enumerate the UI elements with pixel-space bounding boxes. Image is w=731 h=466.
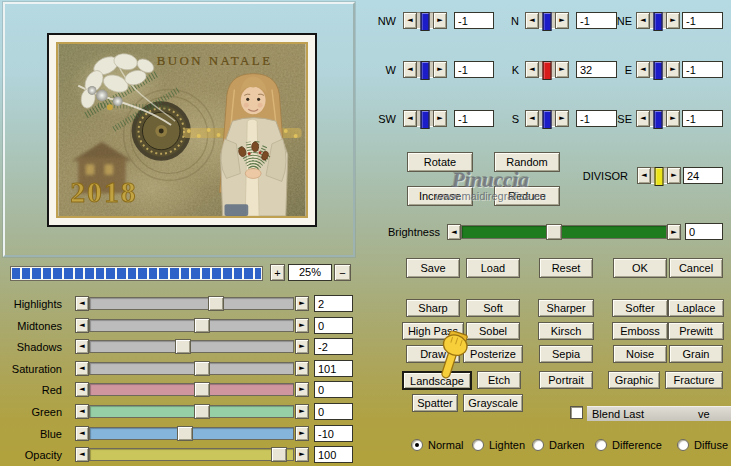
brightness-thumb[interactable] xyxy=(546,224,562,240)
blend-last-checkbox[interactable] xyxy=(570,406,583,419)
slider-track[interactable] xyxy=(89,405,294,418)
load-button[interactable]: Load xyxy=(466,258,520,278)
spinner-track[interactable] xyxy=(651,167,667,184)
spinner-right-arrow[interactable]: ► xyxy=(433,12,447,29)
spinner-track[interactable] xyxy=(539,61,555,78)
spinner-track[interactable] xyxy=(650,12,666,29)
spinner-thumb[interactable] xyxy=(655,167,664,186)
spinner-track[interactable] xyxy=(539,110,555,127)
filter-noise-button[interactable]: Noise xyxy=(613,345,667,363)
spinner-right-arrow[interactable]: ► xyxy=(666,12,680,29)
slider-value-input[interactable] xyxy=(314,425,353,442)
divisor-value[interactable] xyxy=(683,167,723,184)
spinner-right-arrow[interactable]: ► xyxy=(666,110,680,127)
slider-value-input[interactable] xyxy=(314,381,353,398)
spinner-track[interactable] xyxy=(650,61,666,78)
filter-softer-button[interactable]: Softer xyxy=(612,299,668,317)
brightness-track[interactable] xyxy=(461,225,667,239)
spinner-right-arrow[interactable]: ► xyxy=(555,61,569,78)
slider-track[interactable] xyxy=(89,383,294,396)
spinner-track[interactable] xyxy=(650,110,666,127)
filter-kirsch-button[interactable]: Kirsch xyxy=(538,322,594,340)
spinner-thumb[interactable] xyxy=(654,61,663,80)
mode-radio-difference[interactable] xyxy=(595,439,607,451)
slider-right-arrow[interactable]: ► xyxy=(295,404,309,419)
filter-sharp-button[interactable]: Sharp xyxy=(406,299,460,317)
cancel-button[interactable]: Cancel xyxy=(669,258,723,278)
slider-value-input[interactable] xyxy=(314,295,353,312)
slider-value-input[interactable] xyxy=(314,360,353,377)
spinner-left-arrow[interactable]: ◄ xyxy=(636,12,650,29)
filter-sepia-button[interactable]: Sepia xyxy=(539,345,593,363)
slider-thumb[interactable] xyxy=(194,404,210,419)
slider-thumb[interactable] xyxy=(194,361,210,376)
mode-radio-darken[interactable] xyxy=(532,439,544,451)
slider-left-arrow[interactable]: ◄ xyxy=(75,382,89,397)
spinner-left-arrow[interactable]: ◄ xyxy=(403,12,417,29)
slider-left-arrow[interactable]: ◄ xyxy=(75,339,89,354)
slider-right-arrow[interactable]: ► xyxy=(295,339,309,354)
filter-posterize-button[interactable]: Posterize xyxy=(463,345,523,363)
spinner-right-arrow[interactable]: ► xyxy=(555,12,569,29)
brightness-right-arrow[interactable]: ► xyxy=(667,224,681,240)
save-button[interactable]: Save xyxy=(406,258,460,278)
slider-right-arrow[interactable]: ► xyxy=(295,447,309,462)
spinner-thumb[interactable] xyxy=(543,61,552,80)
spinner-thumb[interactable] xyxy=(421,12,430,31)
slider-track[interactable] xyxy=(89,362,294,375)
spinner-left-arrow[interactable]: ◄ xyxy=(525,12,539,29)
spinner-thumb[interactable] xyxy=(421,110,430,129)
filter-landscape-button[interactable]: Landscape xyxy=(402,371,472,390)
brightness-left-arrow[interactable]: ◄ xyxy=(447,224,461,240)
spinner-thumb[interactable] xyxy=(421,61,430,80)
spinner-right-arrow[interactable]: ► xyxy=(667,167,681,184)
slider-left-arrow[interactable]: ◄ xyxy=(75,426,89,441)
slider-thumb[interactable] xyxy=(177,426,193,441)
spinner-left-arrow[interactable]: ◄ xyxy=(525,61,539,78)
kernel-value-w[interactable] xyxy=(454,61,494,78)
slider-track[interactable] xyxy=(89,340,294,353)
slider-value-input[interactable] xyxy=(314,338,353,355)
spinner-thumb[interactable] xyxy=(543,12,552,31)
filter-laplace-button[interactable]: Laplace xyxy=(668,299,724,317)
blend-last-bar[interactable]: Blend Last ve xyxy=(587,406,731,421)
kernel-value-ne[interactable] xyxy=(682,12,723,29)
reset-button[interactable]: Reset xyxy=(539,258,593,278)
filter-draw-button[interactable]: Draw xyxy=(406,345,460,363)
kernel-value-sw[interactable] xyxy=(454,110,494,127)
spinner-left-arrow[interactable]: ◄ xyxy=(525,110,539,127)
spinner-thumb[interactable] xyxy=(654,12,663,31)
spinner-right-arrow[interactable]: ► xyxy=(666,61,680,78)
brightness-value[interactable] xyxy=(685,223,723,240)
slider-left-arrow[interactable]: ◄ xyxy=(75,361,89,376)
spinner-track[interactable] xyxy=(417,61,433,78)
filter-highpass-button[interactable]: High Pass xyxy=(402,322,464,340)
filter-emboss-button[interactable]: Emboss xyxy=(612,322,668,340)
filter-fracture-button[interactable]: Fracture xyxy=(665,371,723,389)
slider-value-input[interactable] xyxy=(314,446,353,463)
slider-value-input[interactable] xyxy=(314,317,353,334)
zoom-out-button[interactable]: − xyxy=(334,264,351,281)
slider-left-arrow[interactable]: ◄ xyxy=(75,318,89,333)
filter-grain-button[interactable]: Grain xyxy=(669,345,723,363)
filter-portrait-button[interactable]: Portrait xyxy=(539,371,593,389)
slider-track[interactable] xyxy=(89,297,294,310)
random-button[interactable]: Random xyxy=(494,152,560,172)
filter-etch-button[interactable]: Etch xyxy=(477,371,521,389)
slider-track[interactable] xyxy=(89,427,294,440)
filter-spatter-button[interactable]: Spatter xyxy=(412,394,458,412)
reduce-button[interactable]: Reduce xyxy=(494,186,560,206)
ok-button[interactable]: OK xyxy=(613,258,667,278)
slider-left-arrow[interactable]: ◄ xyxy=(75,296,89,311)
spinner-right-arrow[interactable]: ► xyxy=(433,110,447,127)
slider-left-arrow[interactable]: ◄ xyxy=(75,447,89,462)
filter-sharper-button[interactable]: Sharper xyxy=(538,299,594,317)
mode-radio-normal[interactable] xyxy=(411,439,423,451)
spinner-left-arrow[interactable]: ◄ xyxy=(636,61,650,78)
slider-thumb[interactable] xyxy=(271,447,287,462)
rotate-button[interactable]: Rotate xyxy=(407,152,473,172)
spinner-thumb[interactable] xyxy=(543,110,552,129)
slider-thumb[interactable] xyxy=(194,382,210,397)
kernel-value-nw[interactable] xyxy=(454,12,494,29)
slider-right-arrow[interactable]: ► xyxy=(295,382,309,397)
